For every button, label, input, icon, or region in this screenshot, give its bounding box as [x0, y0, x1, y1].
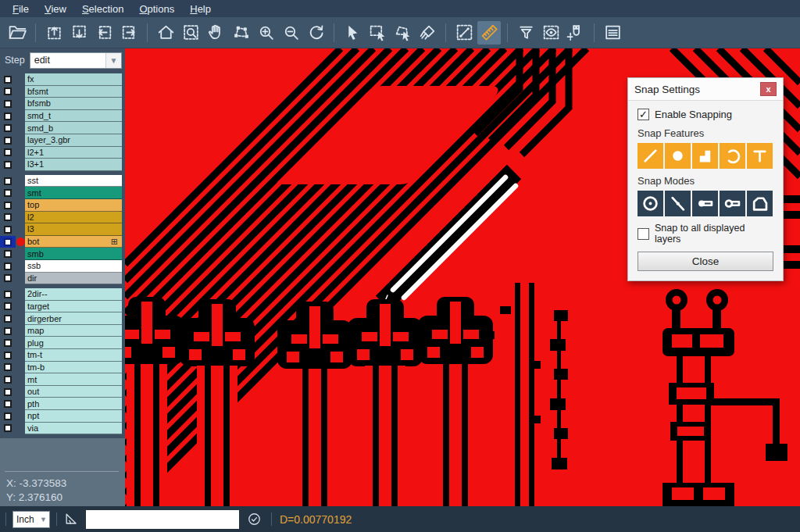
layer-color-bar[interactable]: bot⊞ — [25, 236, 122, 248]
layer-color-bar[interactable]: l3+1 — [25, 159, 122, 171]
layer-color-bar[interactable]: smd_t — [25, 110, 122, 123]
layer-row-2dir--[interactable]: 2dir-- — [0, 288, 125, 301]
layer-visibility-checkbox[interactable] — [4, 177, 12, 185]
layer-color-bar[interactable]: map — [25, 325, 122, 337]
layer-visibility-checkbox[interactable] — [4, 189, 12, 197]
step-select[interactable]: edit ▼ — [30, 52, 122, 69]
layer-visibility-checkbox[interactable] — [4, 250, 12, 258]
layer-color-bar[interactable]: fx — [25, 73, 122, 86]
pan-hand-button[interactable] — [204, 21, 227, 45]
menu-file[interactable]: File — [5, 2, 37, 16]
menu-help[interactable]: Help — [182, 2, 219, 16]
chevron-down-icon[interactable]: ▼ — [38, 516, 49, 523]
layer-row-map[interactable]: map — [0, 325, 125, 337]
layer-color-bar[interactable]: tm-b — [25, 362, 122, 374]
layer-color-bar[interactable]: ssb — [25, 260, 122, 273]
layer-color-bar[interactable]: mt — [25, 373, 122, 386]
layer-visibility-checkbox[interactable] — [4, 161, 12, 169]
layer-visibility-checkbox[interactable] — [4, 274, 12, 282]
filter-funnel-button[interactable] — [514, 21, 538, 45]
clean-brush-button[interactable] — [416, 21, 439, 45]
layer-row-bot[interactable]: bot⊞ — [0, 236, 125, 248]
layer-row-tm-b[interactable]: tm-b — [0, 362, 125, 374]
layer-row-plug[interactable]: plug — [0, 337, 125, 349]
layer-row-smd_b[interactable]: smd_b — [0, 122, 125, 134]
sync-check-icon[interactable] — [247, 512, 262, 527]
layers-panel-button[interactable] — [601, 21, 624, 45]
select-polygon-button[interactable] — [391, 21, 414, 45]
zoom-in-button[interactable] — [254, 21, 277, 45]
snap-magnet-button[interactable] — [564, 21, 588, 45]
layer-color-bar[interactable]: target — [25, 301, 122, 313]
layer-row-bfsmb[interactable]: bfsmb — [0, 98, 125, 110]
layer-color-bar[interactable]: bfsmt — [25, 86, 122, 98]
layer-visibility-checkbox[interactable] — [4, 124, 12, 132]
snap-arc-button[interactable] — [720, 143, 745, 169]
layer-row-npt[interactable]: npt — [0, 410, 125, 423]
layer-color-bar[interactable]: smb — [25, 248, 122, 260]
close-icon[interactable]: x — [760, 82, 777, 96]
snap-text-button[interactable] — [747, 143, 773, 169]
mode-slot-filled-button[interactable] — [692, 191, 718, 216]
layer-row-ssb[interactable]: ssb — [0, 260, 125, 273]
layer-visibility-checkbox[interactable] — [4, 100, 12, 108]
layer-color-bar[interactable]: dir — [25, 273, 122, 285]
layer-visibility-checkbox[interactable] — [4, 352, 12, 359]
layer-visibility-checkbox[interactable] — [4, 376, 12, 384]
zoom-out-button[interactable] — [279, 21, 302, 45]
layer-visibility-checkbox[interactable] — [4, 202, 12, 209]
select-cursor-button[interactable] — [341, 21, 364, 45]
mode-slot-outline-button[interactable] — [720, 191, 745, 216]
layer-color-bar[interactable]: sst — [25, 175, 122, 187]
snap-line-button[interactable] — [638, 143, 663, 169]
layer-row-out[interactable]: out — [0, 386, 125, 398]
layer-row-layer_3.gbr[interactable]: layer_3.gbr — [0, 134, 125, 147]
layer-row-smd_t[interactable]: smd_t — [0, 110, 125, 123]
layer-color-bar[interactable]: l2+1 — [25, 147, 122, 159]
layer-visibility-checkbox[interactable] — [4, 412, 12, 420]
layer-color-bar[interactable]: tm-t — [25, 349, 122, 362]
layer-row-smb[interactable]: smb — [0, 248, 125, 260]
layer-color-bar[interactable]: l2 — [25, 212, 122, 224]
layer-row-l2[interactable]: l2 — [0, 212, 125, 224]
box-arrow-up-button[interactable] — [42, 21, 66, 45]
layer-visibility-checkbox[interactable] — [4, 238, 12, 246]
layer-row-pth[interactable]: pth — [0, 398, 125, 410]
layer-visibility-checkbox[interactable] — [4, 213, 12, 221]
layer-row-mt[interactable]: mt — [0, 373, 125, 386]
layer-visibility-checkbox[interactable] — [4, 76, 12, 84]
layer-visibility-checkbox[interactable] — [4, 262, 12, 270]
open-folder-button[interactable] — [5, 21, 29, 45]
mode-midpoint-button[interactable] — [665, 191, 691, 216]
zoom-polygon-button[interactable] — [229, 21, 252, 45]
layer-row-via[interactable]: via — [0, 423, 125, 435]
layer-visibility-checkbox[interactable] — [4, 112, 12, 120]
snap-pad-button[interactable] — [665, 143, 691, 169]
layer-visibility-checkbox[interactable] — [4, 226, 12, 234]
select-rectangle-button[interactable] — [366, 21, 389, 45]
layer-color-bar[interactable]: smt — [25, 187, 122, 199]
box-arrow-left-button[interactable] — [92, 21, 116, 45]
zoom-window-button[interactable] — [179, 21, 202, 45]
layer-color-bar[interactable]: l3 — [25, 223, 122, 236]
layer-row-l2+1[interactable]: l2+1 — [0, 147, 125, 159]
zoom-reset-button[interactable] — [304, 21, 327, 45]
chevron-down-icon[interactable]: ▼ — [105, 53, 121, 68]
layer-visibility-checkbox[interactable] — [4, 400, 12, 408]
layer-row-top[interactable]: top — [0, 199, 125, 212]
dialog-title-bar[interactable]: Snap Settings x — [628, 78, 783, 101]
layer-color-bar[interactable]: via — [25, 423, 122, 435]
layer-visibility-checkbox[interactable] — [4, 137, 12, 145]
home-view-button[interactable] — [154, 21, 177, 45]
layer-visibility-checkbox[interactable] — [4, 291, 12, 298]
layer-color-bar[interactable]: smd_b — [25, 122, 122, 134]
layer-visibility-checkbox[interactable] — [4, 302, 12, 310]
layer-color-bar[interactable]: pth — [25, 398, 122, 410]
layer-color-bar[interactable]: plug — [25, 337, 122, 349]
measure-ruler-button[interactable] — [477, 21, 501, 45]
layer-row-target[interactable]: target — [0, 301, 125, 313]
menu-selection[interactable]: Selection — [74, 2, 131, 16]
menu-options[interactable]: Options — [131, 2, 182, 16]
layer-row-sst[interactable]: sst — [0, 175, 125, 187]
snap-all-layers-checkbox[interactable] — [638, 228, 649, 240]
